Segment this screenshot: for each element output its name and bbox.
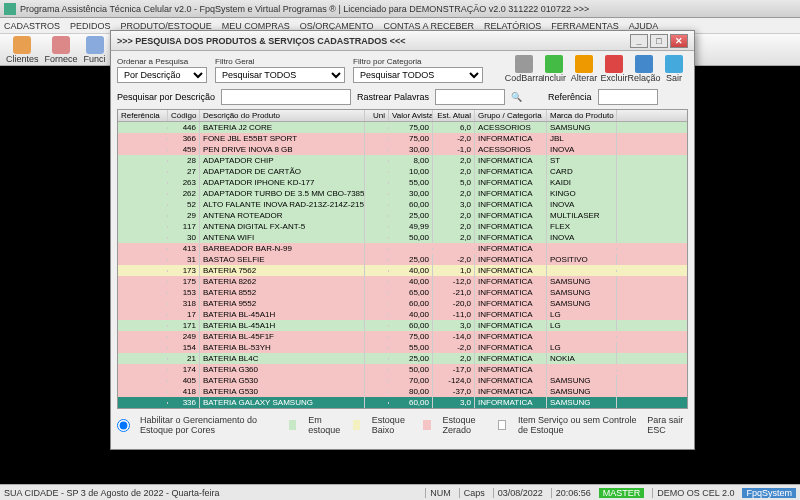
table-row[interactable]: 28ADAPTADOR CHIP8,002,0INFORMATICAST	[118, 155, 687, 166]
sair-button[interactable]: Sair	[660, 55, 688, 83]
table-row[interactable]: 154BATERIA BL-53YH55,00-2,0INFORMATICALG	[118, 342, 687, 353]
referencia-label: Referência	[548, 92, 592, 102]
legend-zero: Estoque Zerado	[443, 415, 489, 435]
search-products-dialog: >>> PESQUISA DOS PRODUTOS & SERVIÇOS CAD…	[110, 30, 695, 450]
codbarra-button[interactable]: CodBarra	[510, 55, 538, 83]
esc-label: Para sair ESC	[647, 415, 688, 435]
products-grid[interactable]: ReferênciaCódigoDescrição do ProdutoUniV…	[117, 109, 688, 409]
col-header[interactable]: Referência	[118, 110, 168, 121]
menu-contas a receber[interactable]: CONTAS A RECEBER	[384, 21, 474, 31]
dialog-title: >>> PESQUISA DOS PRODUTOS & SERVIÇOS CAD…	[117, 36, 405, 46]
legend-instock: Em estoque	[308, 415, 342, 435]
status-date: 03/08/2022	[493, 488, 543, 498]
status-time: 20:06:56	[551, 488, 591, 498]
menu-pedidos[interactable]: PEDIDOS	[70, 21, 111, 31]
status-demo: DEMO OS CEL 2.0	[652, 488, 734, 498]
menu-cadastros[interactable]: CADASTROS	[4, 21, 60, 31]
maximize-button[interactable]: □	[650, 34, 668, 48]
rastrear-input[interactable]	[435, 89, 505, 105]
status-master: MASTER	[599, 488, 645, 498]
search-desc-input[interactable]	[221, 89, 351, 105]
table-row[interactable]: 336BATERIA GALAXY SAMSUNG60,003,0INFORMA…	[118, 397, 687, 408]
filter-category-label: Filtro por Categoria	[353, 57, 483, 66]
order-label: Ordenar a Pesquisa	[117, 57, 207, 66]
col-header[interactable]: Código	[168, 110, 200, 121]
grid-header: ReferênciaCódigoDescrição do ProdutoUniV…	[118, 110, 687, 122]
table-row[interactable]: 175BATERIA 826240,00-12,0INFORMATICASAMS…	[118, 276, 687, 287]
enable-color-radio[interactable]	[117, 419, 130, 432]
menu-os/orçamento[interactable]: OS/ORÇAMENTO	[300, 21, 374, 31]
table-row[interactable]: 173BATERIA 756240,001,0INFORMATICA	[118, 265, 687, 276]
table-row[interactable]: 318BATERIA 955260,00-20,0INFORMATICASAMS…	[118, 298, 687, 309]
legend-service: Item Serviço ou sem Controle de Estoque	[518, 415, 637, 435]
alterar-button[interactable]: Alterar	[570, 55, 598, 83]
table-row[interactable]: 418BATERIA G53080,00-37,0INFORMATICASAMS…	[118, 386, 687, 397]
table-row[interactable]: 117ANTENA DIGITAL FX-ANT-549,992,0INFORM…	[118, 221, 687, 232]
table-row[interactable]: 262ADAPTADOR TURBO DE 3.5 MM CBO-738530,…	[118, 188, 687, 199]
enable-color-label: Habilitar o Gerenciamento do Estoque por…	[140, 415, 279, 435]
table-row[interactable]: 31BASTAO SELFIE25,00-2,0INFORMATICAPOSIT…	[118, 254, 687, 265]
toolbar-clientes[interactable]: Clientes	[6, 36, 39, 64]
dialog-titlebar: >>> PESQUISA DOS PRODUTOS & SERVIÇOS CAD…	[111, 31, 694, 51]
filter-category-select[interactable]: Pesquisar TODOS	[353, 67, 483, 83]
status-fpq: FpqSystem	[742, 488, 796, 498]
col-header[interactable]: Est. Atual	[433, 110, 475, 121]
col-header[interactable]: Uni	[365, 110, 389, 121]
table-row[interactable]: 249BATERIA BL-45F1F75,00-14,0INFORMATICA	[118, 331, 687, 342]
filter-general-select[interactable]: Pesquisar TODOS	[215, 67, 345, 83]
status-caps: Caps	[459, 488, 485, 498]
toolbar-funci[interactable]: Funci	[84, 36, 106, 64]
table-row[interactable]: 17BATERIA BL-45A1H40,00-11,0INFORMATICAL…	[118, 309, 687, 320]
rastrear-label: Rastrear Palavras	[357, 92, 429, 102]
app-title: Programa Assistência Técnica Celular v2.…	[20, 4, 589, 14]
toolbar-fornece[interactable]: Fornece	[45, 36, 78, 64]
table-row[interactable]: 366FONE JBL E55BT SPORT75,00-2,0INFORMAT…	[118, 133, 687, 144]
close-button[interactable]: ✕	[670, 34, 688, 48]
menu-produto/estoque[interactable]: PRODUTO/ESTOQUE	[121, 21, 212, 31]
table-row[interactable]: 27ADAPTADOR DE CARTÃO10,002,0INFORMATICA…	[118, 166, 687, 177]
app-icon	[4, 3, 16, 15]
table-row[interactable]: 153BATERIA 855265,00-21,0INFORMATICASAMS…	[118, 287, 687, 298]
col-header[interactable]: Grupo / Categoria	[475, 110, 547, 121]
status-city: SUA CIDADE - SP 3 de Agosto de 2022 - Qu…	[4, 488, 219, 498]
search-icon[interactable]: 🔍	[511, 92, 522, 102]
table-row[interactable]: 20BATERIA GX20030,00INFORMATICADOTCELL	[118, 408, 687, 409]
statusbar: SUA CIDADE - SP 3 de Agosto de 2022 - Qu…	[0, 484, 800, 500]
order-select[interactable]: Por Descrição	[117, 67, 207, 83]
referencia-input[interactable]	[598, 89, 658, 105]
table-row[interactable]: 30ANTENA WIFI50,002,0INFORMATICAINOVA	[118, 232, 687, 243]
col-header[interactable]: Marca do Produto	[547, 110, 617, 121]
menu-meu compras[interactable]: MEU COMPRAS	[222, 21, 290, 31]
minimize-button[interactable]: _	[630, 34, 648, 48]
table-row[interactable]: 405BATERIA G53070,00-124,0INFORMATICASAM…	[118, 375, 687, 386]
incluir-button[interactable]: Incluir	[540, 55, 568, 83]
search-desc-label: Pesquisar por Descrição	[117, 92, 215, 102]
col-header[interactable]: Descrição do Produto	[200, 110, 365, 121]
col-header[interactable]: Valor Avista	[389, 110, 433, 121]
menu-relatórios[interactable]: RELATÓRIOS	[484, 21, 541, 31]
status-num: NUM	[425, 488, 451, 498]
table-row[interactable]: 413BARBEADOR BAR-N-99INFORMATICA	[118, 243, 687, 254]
table-row[interactable]: 52ALTO FALANTE INOVA RAD-213Z-214Z-215Z6…	[118, 199, 687, 210]
table-row[interactable]: 459PEN DRIVE INOVA 8 GB30,00-1,0ACESSORI…	[118, 144, 687, 155]
app-titlebar: Programa Assistência Técnica Celular v2.…	[0, 0, 800, 18]
legend-low: Estoque Baixo	[372, 415, 414, 435]
table-row[interactable]: 446BATERIA J2 CORE75,006,0ACESSORIOSSAMS…	[118, 122, 687, 133]
filter-general-label: Filtro Geral	[215, 57, 345, 66]
table-row[interactable]: 21BATERIA BL4C25,002,0INFORMATICANOKIA	[118, 353, 687, 364]
table-row[interactable]: 171BATERIA BL-45A1H60,003,0INFORMATICALG	[118, 320, 687, 331]
relacao-button[interactable]: Relação	[630, 55, 658, 83]
menu-ferramentas[interactable]: FERRAMENTAS	[551, 21, 618, 31]
table-row[interactable]: 263ADAPTADOR IPHONE KD-17755,005,0INFORM…	[118, 177, 687, 188]
legend: Habilitar o Gerenciamento do Estoque por…	[111, 411, 694, 439]
table-row[interactable]: 29ANTENA ROTEADOR25,002,0INFORMATICAMULT…	[118, 210, 687, 221]
menu-ajuda[interactable]: AJUDA	[629, 21, 659, 31]
excluir-button[interactable]: Excluir	[600, 55, 628, 83]
table-row[interactable]: 174BATERIA G36050,00-17,0INFORMATICA	[118, 364, 687, 375]
